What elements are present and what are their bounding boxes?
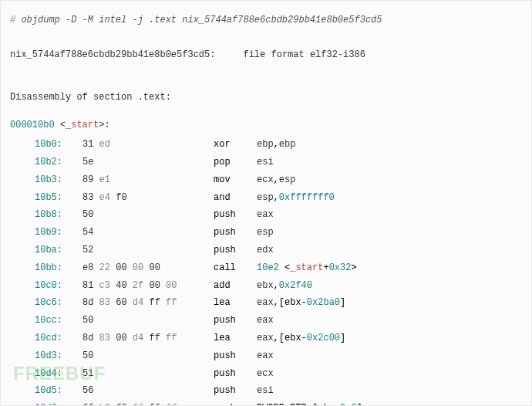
instruction-address: 10cc:	[35, 312, 82, 330]
instruction-address: 10cd:	[35, 330, 82, 347]
instruction-operands: eax	[257, 347, 522, 365]
instruction-address: 10ba:	[35, 242, 82, 259]
instruction-mnemonic: push	[214, 347, 257, 365]
instruction-address: 10b2:	[35, 154, 82, 171]
instruction-mnemonic: lea	[214, 294, 257, 312]
instruction-row: 10d6:ff b3 f8 ff ff ffpushDWORD PTR [ebx…	[10, 400, 522, 406]
instruction-bytes: e8 22 00 00 00	[82, 259, 214, 277]
instruction-mnemonic: push	[214, 382, 257, 400]
instruction-mnemonic: push	[214, 400, 257, 406]
instruction-bytes: 8d 83 60 d4 ff ff	[82, 294, 214, 312]
instruction-address: 10b9:	[35, 224, 82, 242]
command-text: objdump -D -M intel -j .text nix_5744af7…	[21, 15, 382, 25]
instruction-mnemonic: pop	[214, 154, 257, 171]
symbol-address: 000010b0	[10, 120, 55, 130]
instruction-mnemonic: call	[214, 259, 257, 277]
instruction-address: 10b3:	[35, 171, 82, 189]
symbol-name-wrap: <_start>	[60, 120, 105, 130]
instruction-bytes: 81 c3 40 2f 00 00	[82, 277, 214, 295]
prompt-hash: #	[10, 15, 15, 25]
instruction-bytes: 52	[82, 242, 214, 259]
instruction-row: 10b9:54pushesp	[10, 224, 522, 242]
instruction-row: 10c6:8d 83 60 d4 ff ffleaeax,[ebx-0x2ba0…	[10, 294, 522, 312]
instruction-bytes: 56	[82, 382, 214, 400]
instruction-mnemonic: push	[214, 312, 257, 330]
section-header: Disassembly of section .text:	[10, 89, 522, 107]
instruction-operands: 10e2 <_start+0x32>	[257, 259, 522, 277]
instruction-row: 10b3:89 e1movecx,esp	[10, 171, 522, 189]
instruction-operands: ebp,ebp	[257, 136, 522, 154]
instruction-operands: DWORD PTR [ebx-0x8]	[257, 400, 522, 406]
instruction-operands: esi	[257, 154, 522, 171]
instruction-row: 10b5:83 e4 f0andesp,0xfffffff0	[10, 189, 522, 207]
command-line: # objdump -D -M intel -j .text nix_5744a…	[10, 12, 522, 29]
instruction-mnemonic: mov	[214, 171, 257, 189]
instruction-address: 10d5:	[35, 382, 82, 400]
instruction-operands: ecx	[257, 365, 522, 383]
instruction-mnemonic: and	[214, 189, 257, 207]
instruction-mnemonic: push	[214, 242, 257, 259]
instruction-row: 10b0:31 edxorebp,ebp	[10, 136, 522, 154]
instruction-bytes: 50	[82, 206, 214, 224]
instruction-row: 10b8:50pusheax	[10, 206, 522, 224]
instruction-operands: esi	[257, 382, 522, 400]
instruction-address: 10d4:	[35, 365, 82, 383]
instruction-address: 10d3:	[35, 347, 82, 365]
instruction-operands: eax	[257, 312, 522, 330]
instruction-row: 10b2:5epopesi	[10, 154, 522, 171]
instruction-operands: ebx,0x2f40	[257, 277, 522, 295]
instruction-mnemonic: push	[214, 224, 257, 242]
disassembly-listing: # objdump -D -M intel -j .text nix_5744a…	[0, 0, 532, 406]
instruction-mnemonic: lea	[214, 330, 257, 347]
instruction-bytes: 83 e4 f0	[82, 189, 214, 207]
instruction-bytes: 51	[82, 365, 214, 383]
instruction-bytes: 8d 83 00 d4 ff ff	[82, 330, 214, 347]
instruction-row: 10cd:8d 83 00 d4 ff ffleaeax,[ebx-0x2c00…	[10, 330, 522, 347]
instruction-bytes: ff b3 f8 ff ff ff	[82, 400, 214, 406]
instruction-address: 10d6:	[35, 400, 82, 406]
instruction-address: 10bb:	[35, 259, 82, 277]
instruction-bytes: 50	[82, 347, 214, 365]
file-format: file format elf32-i386	[243, 49, 365, 60]
instruction-mnemonic: add	[214, 277, 257, 295]
instruction-operands: esp	[257, 224, 522, 242]
instruction-bytes: 89 e1	[82, 171, 214, 189]
instruction-row: 10c0:81 c3 40 2f 00 00addebx,0x2f40	[10, 277, 522, 295]
instruction-operands: eax	[257, 206, 522, 224]
instruction-operands: eax,[ebx-0x2ba0]	[257, 294, 522, 312]
symbol-line: 000010b0 <_start>:	[10, 117, 522, 134]
instruction-address: 10b5:	[35, 189, 82, 207]
instruction-bytes: 50	[82, 312, 214, 330]
instruction-operands: eax,[ebx-0x2c00]	[257, 330, 522, 347]
symbol-name: _start	[66, 120, 99, 130]
instruction-operands: esp,0xfffffff0	[257, 189, 522, 207]
file-format-line: nix_5744af788e6cbdb29bb41e8b0e5f3cd5: fi…	[10, 46, 522, 64]
instruction-mnemonic: push	[214, 206, 257, 224]
instruction-mnemonic: push	[214, 365, 257, 383]
instruction-bytes: 5e	[82, 154, 214, 171]
instruction-list: 10b0:31 edxorebp,ebp10b2:5epopesi10b3:89…	[10, 136, 522, 406]
instruction-row: 10cc:50pusheax	[10, 312, 522, 330]
instruction-address: 10c0:	[35, 277, 82, 295]
instruction-row: 10d3:50pusheax	[10, 347, 522, 365]
instruction-address: 10c6:	[35, 294, 82, 312]
instruction-row: 10bb:e8 22 00 00 00call10e2 <_start+0x32…	[10, 259, 522, 277]
instruction-operands: ecx,esp	[257, 171, 522, 189]
instruction-bytes: 31 ed	[82, 136, 214, 154]
instruction-address: 10b0:	[35, 136, 82, 154]
instruction-row: 10d5:56pushesi	[10, 382, 522, 400]
instruction-mnemonic: xor	[214, 136, 257, 154]
instruction-bytes: 54	[82, 224, 214, 242]
instruction-operands: edx	[257, 242, 522, 259]
instruction-row: 10ba:52pushedx	[10, 242, 522, 259]
file-name: nix_5744af788e6cbdb29bb41e8b0e5f3cd5	[10, 49, 210, 60]
instruction-address: 10b8:	[35, 206, 82, 224]
instruction-row: 10d4:51pushecx	[10, 365, 522, 383]
